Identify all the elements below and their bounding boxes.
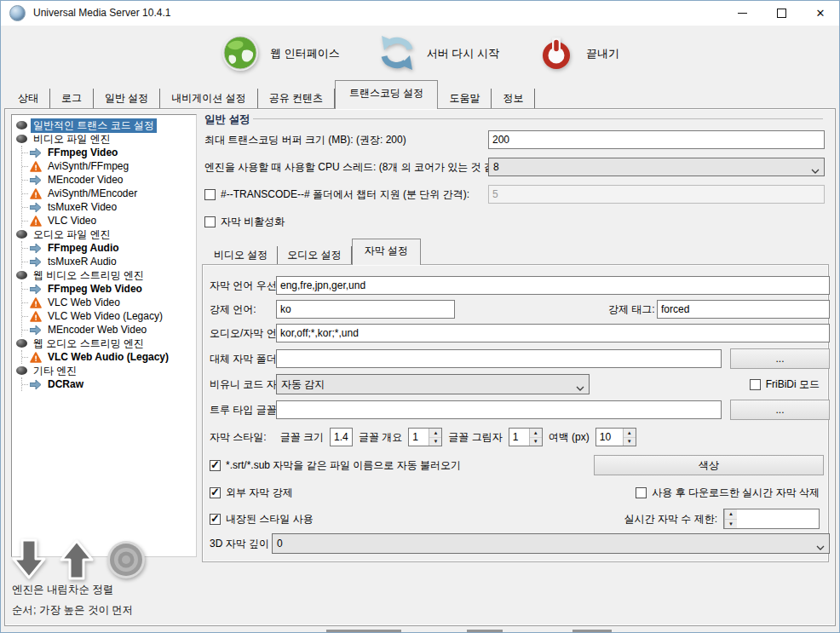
delete-live-subtitles-checkbox[interactable] xyxy=(636,487,647,498)
tree-engine-mencoder-video[interactable]: MEncoder Video xyxy=(22,173,194,187)
quit-button[interactable]: 끝내기 xyxy=(537,33,619,75)
font-outline-label: 글꼴 개요 xyxy=(359,430,402,445)
truetype-font-input[interactable] xyxy=(276,400,722,419)
arrow-icon xyxy=(30,175,42,186)
chapter-support-checkbox[interactable] xyxy=(204,189,216,200)
chevron-down-icon xyxy=(816,541,825,553)
web-interface-label: 웹 인터페이스 xyxy=(270,46,340,61)
alt-subtitle-folder-input[interactable] xyxy=(276,349,722,368)
subtitle-color-button[interactable]: 색상 xyxy=(594,455,824,475)
arrow-icon xyxy=(30,256,42,268)
restart-server-button[interactable]: 서버 다시 시작 xyxy=(377,33,499,75)
forced-language-label: 강제 언어: xyxy=(210,302,256,317)
tree-engine-ffmpeg-video[interactable]: FFmpeg Video xyxy=(22,146,194,159)
3d-subtitle-depth-label: 3D 자막 깊이 xyxy=(210,537,269,551)
margin-label: 여백 (px) xyxy=(549,430,590,445)
maximize-button[interactable] xyxy=(762,0,801,26)
arrow-up-icon xyxy=(59,538,95,581)
arrow-icon xyxy=(30,147,42,158)
tab-transcoding-settings[interactable]: 트랜스코딩 설정 xyxy=(335,80,438,109)
tree-engine-ffmpeg-web-video[interactable]: FFmpeg Web Video xyxy=(22,282,194,296)
font-browse-button[interactable]: ... xyxy=(730,400,830,420)
spinner-arrows-icon[interactable]: ▲▼ xyxy=(724,509,737,528)
force-external-subtitles-checkbox[interactable] xyxy=(210,487,221,498)
arrow-icon xyxy=(30,202,42,213)
tree-category-category[interactable]: 기타 엔진 xyxy=(14,364,194,377)
subtab-subtitle-settings[interactable]: 자막 설정 xyxy=(352,239,421,265)
tree-category-category[interactable]: 비디오 파일 엔진 xyxy=(14,132,194,146)
fribidi-checkbox[interactable] xyxy=(750,379,761,390)
main-tab-bar: 상태 로그 일반 설정 내비게이션 설정 공유 컨텐츠 트랜스코딩 설정 도움말… xyxy=(7,83,535,108)
section-title: 일반 설정 xyxy=(204,112,250,127)
subtab-audio-settings[interactable]: 오디오 설정 xyxy=(278,246,351,264)
tree-engine-vlc-video[interactable]: VLC Video xyxy=(22,214,194,227)
3d-subtitle-depth-select[interactable]: 0 xyxy=(272,533,830,554)
tree-engine-avisynth-ffmpeg[interactable]: AviSynth/FFmpeg xyxy=(22,159,194,173)
tab-general-settings[interactable]: 일반 설정 xyxy=(94,89,160,108)
node-sphere-icon xyxy=(16,230,27,239)
warning-icon xyxy=(30,161,42,172)
tree-engine-vlc-web-audio-legacy[interactable]: VLC Web Audio (Legacy) xyxy=(22,350,194,364)
spinner-arrows-icon[interactable]: ▲▼ xyxy=(429,429,441,446)
arrow-down-icon xyxy=(11,538,47,581)
node-sphere-icon xyxy=(16,271,27,279)
arrow-icon xyxy=(30,243,42,254)
disable-subtitles-checkbox[interactable] xyxy=(204,216,216,227)
font-size-input[interactable] xyxy=(330,428,353,446)
toolbar: 웹 인터페이스 서버 다시 시작 끝내기 xyxy=(0,26,840,82)
node-sphere-icon xyxy=(16,121,27,129)
buffer-size-input[interactable] xyxy=(488,130,825,149)
cpu-threads-select[interactable]: 8 xyxy=(488,158,825,176)
tab-navigation-settings[interactable]: 내비게이션 설정 xyxy=(160,89,257,108)
tree-engine-vlc-web-video-legacy[interactable]: VLC Web Video (Legacy) xyxy=(22,309,194,323)
node-sphere-icon xyxy=(16,339,27,348)
embedded-styles-checkbox[interactable] xyxy=(210,514,221,525)
audio-subtitle-priority-input[interactable] xyxy=(276,324,830,342)
tree-engine-dcraw[interactable]: DCRaw xyxy=(22,377,194,391)
warning-icon xyxy=(30,188,42,199)
font-shadow-spinner[interactable]: 1 ▲▼ xyxy=(509,428,543,446)
tab-logs[interactable]: 로그 xyxy=(50,89,94,108)
autoload-subtitles-label: *.srt/*.sub 자막을 같은 파일 이름으로 자동 불러오기 xyxy=(226,458,461,473)
spinner-arrows-icon[interactable]: ▲▼ xyxy=(623,429,636,446)
toggle-engine-button[interactable] xyxy=(106,540,146,582)
warning-icon xyxy=(30,352,42,363)
tree-engine-tsmuxer-video[interactable]: tsMuxeR Video xyxy=(22,200,194,214)
autoload-subtitles-checkbox[interactable] xyxy=(210,460,221,471)
subtab-video-settings[interactable]: 비디오 설정 xyxy=(204,246,278,264)
minimize-button[interactable] xyxy=(722,0,762,26)
margin-spinner[interactable]: 10 ▲▼ xyxy=(595,428,636,446)
arrow-icon xyxy=(30,379,42,390)
subtitle-lang-priority-input[interactable] xyxy=(276,276,830,295)
tree-engine-ffmpeg-audio[interactable]: FFmpeg Audio xyxy=(22,241,194,255)
close-button[interactable]: ✕ xyxy=(801,0,840,26)
globe-icon xyxy=(221,33,260,75)
move-down-button[interactable] xyxy=(11,538,47,584)
tree-category-category[interactable]: 웹 오디오 스트리밍 엔진 xyxy=(14,337,194,350)
tree-category-category[interactable]: 오디오 파일 엔진 xyxy=(14,227,194,241)
live-subtitles-limit-spinner[interactable]: 20 ▲▼ xyxy=(723,509,820,529)
tree-engine-mencoder-web-video[interactable]: MEncoder Web Video xyxy=(22,323,194,337)
spinner-arrows-icon[interactable]: ▲▼ xyxy=(529,429,542,446)
minimize-icon xyxy=(738,13,747,14)
alt-folder-browse-button[interactable]: ... xyxy=(730,348,830,369)
subtitle-encoding-select[interactable]: 자동 감지 xyxy=(276,374,590,394)
subtitle-style-label: 자막 스타일: xyxy=(210,430,267,445)
web-interface-button[interactable]: 웹 인터페이스 xyxy=(221,33,340,75)
tab-status[interactable]: 상태 xyxy=(7,89,50,108)
tab-help[interactable]: 도움말 xyxy=(438,89,492,108)
window-title: Universal Media Server 10.4.1 xyxy=(33,7,170,19)
move-up-button[interactable] xyxy=(59,538,95,584)
tab-shared-content[interactable]: 공유 컨텐츠 xyxy=(258,89,335,108)
power-icon xyxy=(537,33,576,75)
tree-engine-tsmuxer-audio[interactable]: tsMuxeR Audio xyxy=(22,255,194,268)
tree-item-common-transcode-settings[interactable]: 일반적인 트랜스 코드 설정 xyxy=(14,118,194,132)
forced-tag-input[interactable] xyxy=(657,300,830,319)
tree-category-category[interactable]: 웹 비디오 스트리밍 엔진 xyxy=(14,268,194,282)
tree-engine-vlc-web-video[interactable]: VLC Web Video xyxy=(22,296,194,309)
font-outline-spinner[interactable]: 1 ▲▼ xyxy=(408,428,442,446)
tree-engine-avisynth-mencoder[interactable]: AviSynth/MEncoder xyxy=(22,187,194,200)
quit-label: 끝내기 xyxy=(586,46,619,61)
forced-language-input[interactable] xyxy=(276,300,455,319)
tab-about[interactable]: 정보 xyxy=(492,89,535,108)
